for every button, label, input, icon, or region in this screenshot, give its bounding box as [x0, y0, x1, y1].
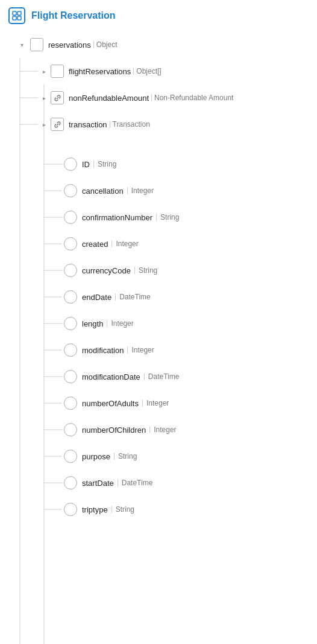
- separator: [93, 161, 94, 168]
- node-type: Integer: [146, 399, 169, 407]
- circle-icon: [64, 423, 77, 436]
- node-name: endDate: [82, 293, 111, 302]
- node-name: modificationDate: [82, 372, 140, 381]
- svg-rect-2: [13, 16, 16, 20]
- separator: [115, 293, 116, 301]
- separator: [114, 453, 115, 460]
- separator: [142, 400, 143, 407]
- circle-icon: [64, 343, 77, 357]
- link-icon: [51, 118, 64, 131]
- circle-icon: [64, 476, 77, 489]
- separator: [111, 506, 112, 513]
- chevron-right-icon[interactable]: ▸: [40, 95, 48, 101]
- node-type: Object[]: [136, 67, 161, 75]
- node-type: DateTime: [122, 479, 153, 487]
- separator: [134, 267, 135, 274]
- node-type: Integer: [131, 346, 154, 354]
- node-name: cancellation: [82, 187, 124, 196]
- object-array-icon: [51, 65, 64, 78]
- separator: [111, 240, 112, 247]
- tree-node-cancellation[interactable]: cancellation Integer: [8, 177, 317, 204]
- tree-node-flightReservations[interactable]: ▸ flightReservations Object[]: [8, 58, 317, 84]
- object-icon: [30, 38, 43, 51]
- separator: [156, 214, 157, 221]
- node-type: Integer: [111, 319, 133, 328]
- chevron-right-icon[interactable]: ▸: [40, 121, 48, 128]
- circle-icon: [64, 184, 77, 197]
- node-name: numberOfChildren: [82, 426, 146, 435]
- tree-node-purpose[interactable]: purpose String: [8, 443, 317, 470]
- tree-node-endDate[interactable]: endDate DateTime: [8, 284, 317, 310]
- circle-icon: [64, 237, 77, 250]
- tree-container: ▾ reservations Object: [0, 31, 317, 523]
- node-name: triptype: [82, 505, 108, 514]
- tree-node-transaction[interactable]: ▸ transaction Transaction: [8, 111, 317, 138]
- tree-node-triptype[interactable]: triptype String: [8, 496, 317, 523]
- separator: [118, 479, 118, 486]
- node-type: Non-Refundable Amount: [154, 94, 233, 102]
- node-name: purpose: [82, 452, 110, 461]
- app-container: Flight Reservation ▾ reservations Object: [0, 0, 317, 644]
- tree-node-numberOfAdults[interactable]: numberOfAdults Integer: [8, 390, 317, 416]
- circle-icon: [64, 503, 77, 516]
- chevron-down-icon[interactable]: ▾: [17, 42, 27, 48]
- separator: [110, 121, 110, 128]
- node-name: ID: [82, 160, 90, 169]
- tree-node-reservations[interactable]: ▾ reservations Object: [8, 31, 317, 58]
- tree-node-startDate[interactable]: startDate DateTime: [8, 470, 317, 496]
- tree-node-created[interactable]: created Integer: [8, 231, 317, 257]
- node-name: flightReservations: [69, 67, 131, 76]
- node-name: numberOfAdults: [82, 399, 139, 408]
- node-name: currencyCode: [82, 266, 131, 275]
- node-type: Object: [96, 40, 118, 49]
- node-name: created: [82, 240, 108, 249]
- node-name: confirmationNumber: [82, 213, 152, 222]
- spacer: [8, 138, 317, 151]
- tree-node-nonRefundableAmount[interactable]: ▸ nonRefundableAmount Non-Refundable Amo…: [8, 84, 317, 111]
- node-type: String: [98, 160, 116, 168]
- node-type: Integer: [116, 240, 138, 248]
- header: Flight Reservation: [0, 0, 317, 31]
- page-title: Flight Reservation: [31, 10, 116, 21]
- node-type: String: [116, 505, 134, 514]
- separator: [93, 41, 94, 48]
- separator: [149, 426, 150, 433]
- separator: [127, 346, 128, 354]
- node-name: length: [82, 319, 103, 328]
- tree-node-modification[interactable]: modification Integer: [8, 337, 317, 363]
- node-name: startDate: [82, 479, 114, 488]
- tree-node-currencyCode[interactable]: currencyCode String: [8, 257, 317, 284]
- separator: [107, 320, 107, 327]
- circle-icon: [64, 290, 77, 304]
- chevron-right-icon[interactable]: ▸: [40, 68, 48, 75]
- node-type: Transaction: [113, 120, 150, 129]
- node-type: Integer: [154, 426, 176, 434]
- separator: [151, 94, 152, 101]
- circle-icon: [64, 158, 77, 171]
- svg-rect-0: [13, 11, 16, 15]
- svg-rect-1: [17, 11, 21, 15]
- svg-rect-3: [17, 16, 21, 20]
- node-type: Integer: [131, 187, 154, 195]
- tree-node-length[interactable]: length Integer: [8, 310, 317, 337]
- node-type: String: [118, 452, 137, 461]
- tree-node-ID[interactable]: ID String: [8, 151, 317, 177]
- circle-icon: [64, 397, 77, 410]
- node-name: reservations: [48, 40, 91, 49]
- tree-node-numberOfChildren[interactable]: numberOfChildren Integer: [8, 416, 317, 443]
- node-name: transaction: [69, 120, 107, 129]
- circle-icon: [64, 317, 77, 330]
- circle-icon: [64, 211, 77, 224]
- circle-icon: [64, 450, 77, 463]
- circle-icon: [64, 264, 77, 277]
- app-icon: [8, 7, 25, 24]
- link-icon: [51, 91, 64, 104]
- node-type: DateTime: [148, 372, 180, 381]
- tree-node-confirmationNumber[interactable]: confirmationNumber String: [8, 204, 317, 231]
- node-name: nonRefundableAmount: [69, 94, 149, 103]
- separator: [127, 187, 128, 194]
- separator: [144, 373, 145, 380]
- node-name: modification: [82, 346, 124, 355]
- tree-node-modificationDate[interactable]: modificationDate DateTime: [8, 363, 317, 390]
- circle-icon: [64, 370, 77, 383]
